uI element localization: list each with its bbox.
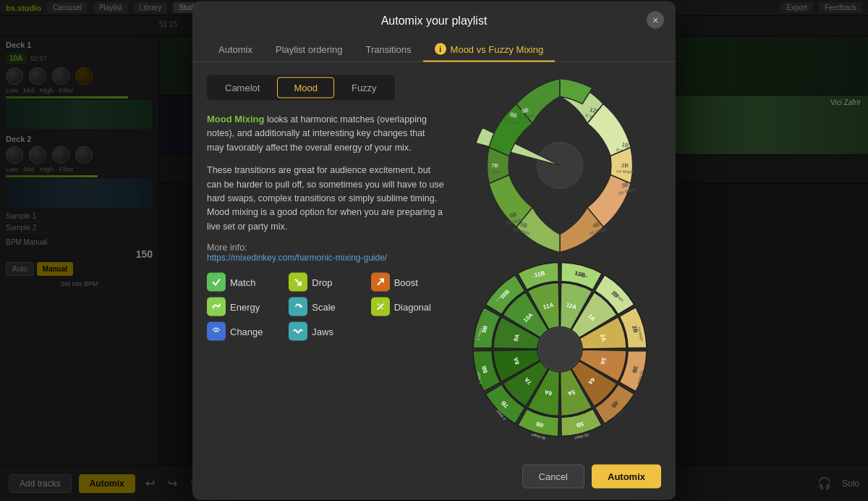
cancel-button[interactable]: Cancel [522, 465, 584, 489]
wheel-center [538, 328, 582, 371]
boost-label: Boost [394, 277, 418, 287]
mood-mixing-label: Mood Mixing [207, 114, 264, 125]
energy-label: Energy [230, 301, 260, 312]
more-info-section: More info: https://mixedinkey.com/harmon… [207, 243, 444, 263]
tab-mood-fuzzy-label: Mood vs Fuzzy Mixing [451, 43, 544, 54]
tab-transitions-label: Transitions [365, 43, 411, 54]
boost-icon [371, 273, 390, 292]
legend-match: Match [207, 273, 280, 292]
info-icon: i [435, 43, 446, 55]
match-icon [207, 273, 226, 292]
scale-label: Scale [312, 301, 336, 312]
legend-energy: Energy [207, 298, 280, 316]
jaws-icon [289, 322, 307, 341]
tab-playlist-ordering[interactable]: Playlist ordering [264, 38, 354, 62]
camelot-wheel-final: 12BE Major12A1BB Major1A2BF# Major2A3BDb… [463, 256, 657, 443]
modal-title: Automix your playlist [207, 14, 661, 28]
wheel-svg-container: .seg-text { font-size: 8px; font-family:… [459, 75, 661, 256]
drop-label: Drop [312, 277, 332, 287]
match-label: Match [230, 277, 255, 287]
tab-transitions[interactable]: Transitions [354, 38, 422, 62]
diagonal-label: Diagonal [394, 301, 431, 312]
tab-playlist-ordering-label: Playlist ordering [276, 43, 343, 54]
legend-change: Change [207, 322, 280, 341]
jaws-label: Jaws [312, 326, 333, 337]
diagonal-icon [371, 298, 390, 316]
legend: Match Drop Boost [207, 273, 444, 341]
modal-header: Automix your playlist × [192, 1, 676, 28]
modal-tabs: Automix Playlist ordering Transitions i … [192, 38, 676, 62]
camelot-wheel-container: .seg-text { font-size: 8px; font-family:… [459, 75, 661, 443]
legend-drop: Drop [289, 273, 362, 292]
legend-scale: Scale [289, 298, 362, 316]
energy-icon [207, 298, 226, 316]
change-label: Change [230, 326, 263, 337]
description-p1: Mood Mixing looks at harmonic matches (o… [207, 112, 444, 155]
mood-toggle-btn[interactable]: Mood [277, 77, 334, 98]
legend-jaws: Jaws [289, 322, 362, 341]
more-info-link[interactable]: https://mixedinkey.com/harmonic-mixing-g… [207, 253, 387, 263]
algorithm-toggle: Camelot Mood Fuzzy [207, 75, 395, 101]
tab-automix[interactable]: Automix [207, 38, 264, 62]
fuzzy-toggle-btn[interactable]: Fuzzy [336, 77, 393, 98]
drop-icon [289, 273, 307, 292]
change-icon [207, 322, 226, 341]
legend-diagonal: Diagonal [371, 298, 444, 316]
more-info-label: More info: [207, 243, 247, 253]
tab-automix-label: Automix [218, 43, 252, 54]
modal-footer: Cancel Automix [192, 456, 676, 500]
legend-boost: Boost [371, 273, 444, 292]
scale-icon [289, 298, 307, 316]
svg-line-1 [378, 279, 383, 285]
description-p2: These transitions are great for audience… [207, 164, 444, 234]
modal-close-button[interactable]: × [647, 12, 664, 29]
svg-line-0 [295, 279, 301, 285]
camelot-toggle-btn[interactable]: Camelot [209, 77, 276, 98]
modal-body: Camelot Mood Fuzzy Mood Mixing looks at … [192, 62, 676, 456]
automix-modal: Automix your playlist × Automix Playlist… [192, 1, 676, 500]
tab-mood-fuzzy[interactable]: i Mood vs Fuzzy Mixing [423, 38, 556, 62]
automix-confirm-button[interactable]: Automix [592, 465, 661, 489]
camelot-wheel-proper: .wt { font-size: 8.5px; font-family: -ap… [462, 72, 658, 260]
modal-left-panel: Camelot Mood Fuzzy Mood Mixing looks at … [207, 75, 444, 443]
